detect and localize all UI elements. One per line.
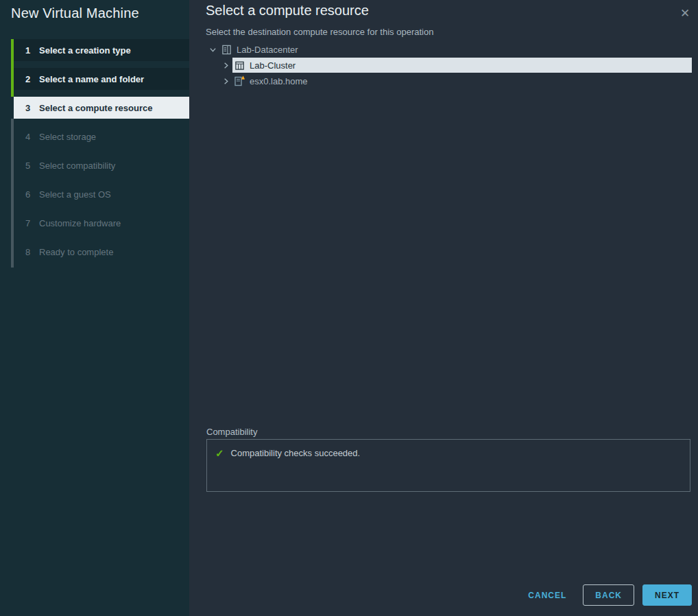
step-select-compute-resource[interactable]: 3 Select a compute resource bbox=[14, 97, 189, 119]
compatibility-section-label: Compatibility bbox=[206, 427, 257, 437]
tree-item-label: Lab-Cluster bbox=[250, 60, 296, 71]
wizard-sidebar: New Virtual Machine 1 Select a creation … bbox=[0, 0, 189, 616]
step-number: 2 bbox=[25, 74, 39, 84]
step-number: 5 bbox=[25, 161, 39, 171]
step-label: Select a creation type bbox=[39, 45, 131, 56]
step-label: Select storage bbox=[39, 132, 96, 142]
step-label: Select compatibility bbox=[39, 161, 115, 171]
step-label: Customize hardware bbox=[39, 218, 121, 228]
step-number: 6 bbox=[25, 189, 39, 200]
step-number: 3 bbox=[25, 103, 39, 113]
step-number: 4 bbox=[25, 132, 39, 142]
chevron-right-icon[interactable] bbox=[219, 78, 232, 85]
tree-item-esx0-lab-home[interactable]: esx0.lab.home bbox=[206, 73, 692, 88]
step-customize-hardware: 7 Customize hardware bbox=[14, 212, 189, 234]
step-label: Select a name and folder bbox=[39, 74, 144, 84]
chevron-down-icon[interactable] bbox=[206, 46, 219, 54]
step-select-storage: 4 Select storage bbox=[14, 126, 189, 147]
step-label: Ready to complete bbox=[39, 247, 113, 257]
tree-item-label: esx0.lab.home bbox=[250, 76, 308, 86]
back-button[interactable]: BACK bbox=[583, 584, 634, 606]
selected-tree-row[interactable]: Lab-Cluster bbox=[232, 58, 692, 73]
check-icon: ✓ bbox=[215, 447, 224, 459]
step-select-creation-type[interactable]: 1 Select a creation type bbox=[14, 39, 189, 61]
datacenter-icon bbox=[221, 44, 232, 55]
step-select-name-and-folder[interactable]: 2 Select a name and folder bbox=[14, 68, 189, 90]
dialog-title: New Virtual Machine bbox=[11, 5, 139, 21]
tree-item-lab-cluster[interactable]: Lab-Cluster bbox=[206, 58, 692, 73]
step-select-guest-os: 6 Select a guest OS bbox=[14, 183, 189, 205]
wizard-footer: CANCEL BACK NEXT bbox=[520, 584, 692, 606]
step-label: Select a guest OS bbox=[39, 189, 111, 200]
page-title: Select a compute resource bbox=[206, 3, 369, 19]
wizard-steps-list: 1 Select a creation type 2 Select a name… bbox=[14, 39, 189, 270]
step-label: Select a compute resource bbox=[39, 103, 152, 113]
tree-item-label: Lab-Datacenter bbox=[237, 45, 298, 55]
compatibility-panel: ✓ Compatibility checks succeeded. bbox=[206, 439, 690, 492]
step-number: 7 bbox=[25, 218, 39, 228]
step-select-compatibility: 5 Select compatibility bbox=[14, 154, 189, 176]
cancel-button[interactable]: CANCEL bbox=[520, 584, 575, 606]
chevron-right-icon[interactable] bbox=[219, 62, 232, 69]
compatibility-message: Compatibility checks succeeded. bbox=[231, 447, 361, 459]
tree-item-lab-datacenter[interactable]: Lab-Datacenter bbox=[206, 42, 692, 57]
close-icon[interactable]: ✕ bbox=[677, 5, 693, 22]
compute-resource-tree: Lab-Datacenter Lab-Cluster bbox=[206, 42, 692, 89]
step-ready-to-complete: 8 Ready to complete bbox=[14, 241, 189, 263]
next-button[interactable]: NEXT bbox=[642, 584, 692, 606]
cluster-icon bbox=[234, 60, 245, 71]
host-warning-icon bbox=[234, 75, 245, 86]
page-subtitle: Select the destination compute resource … bbox=[206, 27, 433, 37]
step-number: 8 bbox=[25, 247, 39, 257]
step-number: 1 bbox=[25, 45, 39, 56]
